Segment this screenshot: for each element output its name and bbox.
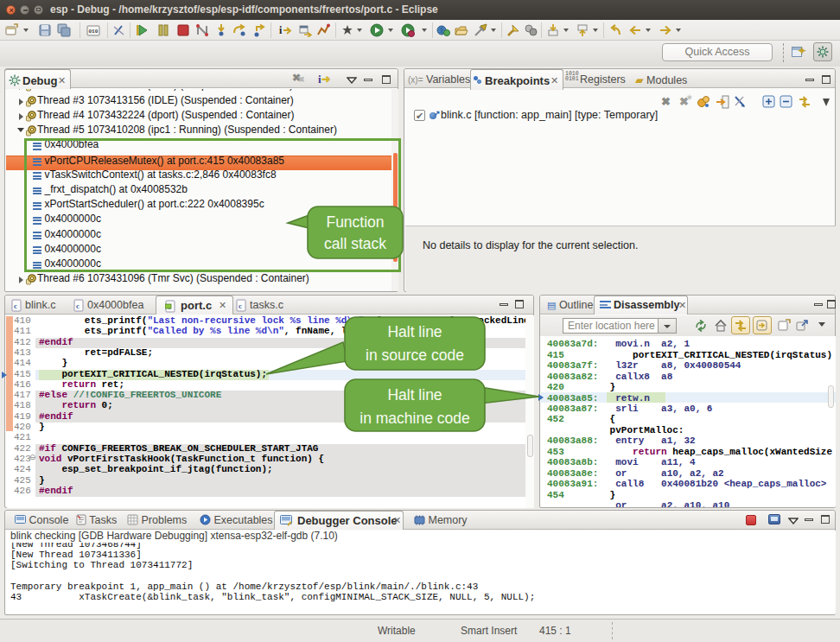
svg-text:Halt line: Halt line <box>387 386 442 404</box>
svg-text:Function: Function <box>326 213 384 231</box>
svg-text:c: c <box>14 302 17 310</box>
svg-text:Halt line: Halt line <box>387 323 442 340</box>
svg-text:in machine code: in machine code <box>360 410 469 427</box>
svg-text:i: i <box>279 24 283 36</box>
svg-text:c: c <box>239 302 242 310</box>
svg-text:call stack: call stack <box>324 235 386 252</box>
svg-text:c: c <box>76 302 80 310</box>
svg-text:in source code: in source code <box>366 346 464 364</box>
svg-text:010: 010 <box>89 29 99 35</box>
